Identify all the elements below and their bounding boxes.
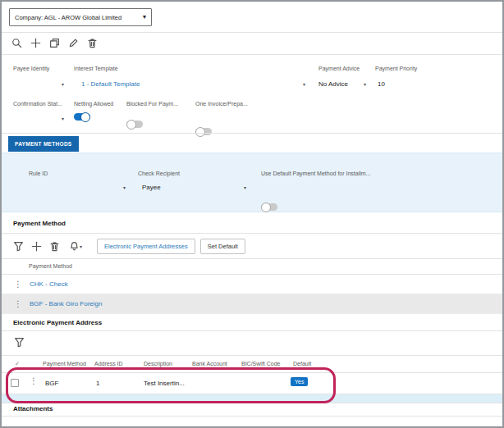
payment-method-section-title: Payment Method (13, 220, 66, 227)
funnel-icon (13, 241, 24, 252)
company-selector[interactable]: Company: AGL - AROW Global Limited ▾ (9, 8, 152, 26)
grid-footer-strip (2, 394, 504, 403)
divider (2, 54, 502, 55)
epa-filter-button[interactable] (12, 335, 25, 348)
use-default-label: Use Default Payment Method for Installm.… (261, 171, 370, 176)
delete-button[interactable] (85, 36, 99, 49)
payment-priority-field[interactable]: 10 (375, 78, 408, 90)
tab-payment-methods[interactable]: PAYMENT METHODS (8, 136, 79, 152)
top-toolbar (10, 36, 99, 49)
electronic-payment-addresses-button[interactable]: Electronic Payment Addresses (97, 239, 195, 254)
row-checkbox[interactable] (11, 379, 19, 387)
payment-priority-value: 10 (378, 80, 385, 88)
app-window: Company: AGL - AROW Global Limited ▾ Pay… (0, 0, 504, 428)
divider (2, 32, 502, 33)
epa-section-title: Electronic Payment Address (13, 319, 102, 326)
divider (2, 258, 502, 259)
add-row-button[interactable] (30, 240, 43, 253)
confirmation-status-label: Confirmation Stat... (13, 101, 62, 107)
kebab-icon[interactable]: ⋮ (14, 280, 22, 289)
attachments-section-title: Attachments (13, 405, 53, 412)
default-badge: Yes (291, 377, 308, 386)
payee-identity-label: Payee Identity (13, 66, 49, 71)
one-invoice-toggle[interactable] (195, 128, 212, 135)
edit-button[interactable] (66, 36, 80, 49)
chevron-down-icon: ▾ (303, 82, 305, 87)
one-invoice-label: One Invoice/Prepa... (195, 101, 248, 107)
bell-icon (69, 241, 80, 252)
delete-row-button[interactable] (48, 240, 61, 253)
col-header-bank-account[interactable]: Bank Account (192, 361, 227, 367)
netting-allowed-toggle[interactable] (74, 113, 90, 121)
col-header-payment-method[interactable]: Payment Method (43, 361, 86, 367)
filter-button[interactable] (11, 240, 25, 253)
divider (2, 403, 502, 403)
chevron-down-icon: ▾ (143, 14, 146, 20)
plus-icon (30, 38, 41, 48)
chevron-down-icon: ▾ (364, 82, 366, 87)
cell-payment-method[interactable]: BGF (45, 380, 58, 387)
divider (2, 355, 502, 356)
add-button[interactable] (29, 36, 42, 49)
payment-priority-label: Payment Priority (375, 66, 417, 71)
copy-icon (49, 38, 60, 48)
blocked-for-payment-label: Blocked For Paym... (126, 101, 178, 107)
divider (2, 372, 502, 373)
netting-allowed-label: Netting Allowed (74, 101, 113, 107)
col-header-address-id[interactable]: Address ID (94, 361, 123, 367)
cell-description[interactable]: Test Insertin... (144, 380, 185, 387)
payment-method-row[interactable]: ⋮ CHK - Check (2, 275, 504, 294)
chevron-down-icon: ▾ (123, 185, 126, 190)
payment-method-link[interactable]: BGF - Bank Giro Foreign (30, 300, 102, 307)
check-recipient-label: Check Recipient (138, 171, 180, 176)
chevron-down-icon: ▾ (244, 185, 246, 190)
search-button[interactable] (10, 36, 23, 49)
chevron-down-icon: ▾ (62, 116, 64, 121)
divider (2, 416, 502, 417)
funnel-icon (14, 337, 25, 348)
interest-template-field[interactable]: 1 - Default Template ▾ (74, 78, 305, 90)
chevron-down-icon: ▾ (62, 82, 64, 87)
col-header-bic-swift-code[interactable]: BIC/Swift Code (241, 361, 280, 367)
payment-advice-value: No Advice (318, 80, 348, 88)
divider (2, 133, 502, 134)
cell-address-id[interactable]: 1 (96, 380, 99, 387)
check-recipient-value: Payee (142, 184, 161, 191)
divider (2, 233, 502, 234)
payment-advice-label: Payment Advice (318, 66, 360, 71)
blocked-for-payment-toggle[interactable] (126, 121, 143, 128)
rule-id-field[interactable]: ▾ (29, 182, 126, 194)
plus-icon (31, 241, 42, 252)
interest-template-value: 1 - Default Template (81, 80, 140, 88)
select-all-header[interactable]: ✓ (15, 361, 20, 367)
company-selector-label: Company: AGL - AROW Global Limited (15, 14, 121, 21)
col-header-description[interactable]: Description (144, 361, 172, 367)
trash-icon (87, 38, 98, 48)
chevron-down-icon: ▾ (80, 244, 82, 249)
kebab-icon[interactable]: ⋮ (30, 377, 38, 385)
confirmation-status-field[interactable]: ▾ (13, 113, 64, 125)
rule-id-label: Rule ID (29, 171, 48, 176)
trash-icon (49, 241, 60, 252)
check-recipient-field[interactable]: Payee ▾ (138, 181, 246, 194)
copy-button[interactable] (48, 36, 61, 49)
use-default-toggle[interactable] (261, 203, 277, 211)
payment-method-link[interactable]: CHK - Check (30, 280, 68, 288)
search-icon (11, 38, 22, 48)
pencil-icon (68, 38, 79, 48)
payment-advice-field[interactable]: No Advice ▾ (318, 78, 366, 90)
kebab-icon[interactable]: ⋮ (14, 300, 22, 308)
payment-method-row[interactable]: ⋮ BGF - Bank Giro Foreign (2, 294, 504, 314)
divider (2, 330, 502, 331)
interest-template-label: Interest Template (74, 66, 118, 71)
alerts-button[interactable]: ▾ (66, 240, 85, 253)
col-header-default[interactable]: Default (293, 361, 311, 367)
set-default-button[interactable]: Set Default (200, 239, 245, 254)
payment-method-column-header[interactable]: Payment Method (29, 263, 72, 269)
payee-identity-field[interactable]: ▾ (13, 79, 64, 90)
payment-method-toolbar: ▾ Electronic Payment Addresses Set Defau… (11, 239, 245, 254)
